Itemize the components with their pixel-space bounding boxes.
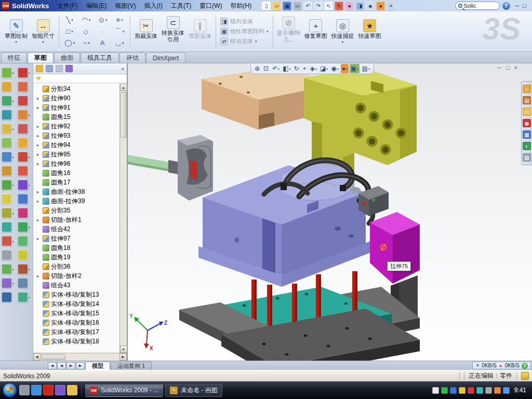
propertymanager-tab-icon[interactable] <box>46 65 53 72</box>
undo-icon[interactable]: ↶ <box>303 2 312 10</box>
tab-features[interactable]: 特征 <box>1 52 27 63</box>
smart-dimension-tool-icon[interactable] <box>18 68 28 78</box>
first-tab-button[interactable]: ◀ <box>48 362 57 369</box>
text-tool-icon[interactable]: A <box>95 37 111 48</box>
scroll-down-icon[interactable]: ▼ <box>120 345 127 353</box>
reference-geometry-icon[interactable] <box>2 264 12 274</box>
feature-tree-item[interactable]: 分割34 <box>35 84 118 94</box>
tree-filter-bar[interactable] <box>33 74 127 83</box>
menu-edit[interactable]: 编辑(E) <box>82 0 111 11</box>
chamfer-dimension-icon[interactable] <box>18 138 28 148</box>
instant3d-icon[interactable] <box>2 292 12 302</box>
custom-properties-icon[interactable]: ▧ <box>523 153 531 162</box>
antivirus-tray-icon[interactable] <box>441 387 448 394</box>
file-explorer-icon[interactable]: ▱ <box>523 108 531 116</box>
ellipse-tool-icon[interactable]: ⊙▾ <box>95 15 111 25</box>
edit-color-icon[interactable]: ● <box>345 2 354 10</box>
feature-tree-item[interactable]: ▸ 拉伸94 <box>35 140 118 150</box>
security-badge[interactable]: 2 <box>522 363 528 369</box>
language-tray-icon[interactable] <box>432 387 439 394</box>
menu-insert[interactable]: 插入(I) <box>140 0 167 11</box>
feature-tree-item[interactable]: 分割35 <box>35 206 118 215</box>
modify-sketch-icon[interactable] <box>18 264 28 274</box>
horizontal-dimension-icon[interactable] <box>18 82 28 92</box>
feature-tree-item[interactable]: 实体-移动/复制16 <box>35 318 118 327</box>
shell-feature-icon[interactable] <box>2 208 12 218</box>
tab-evaluate[interactable]: 评估 <box>119 52 145 63</box>
search-input[interactable] <box>464 3 493 9</box>
menu-view[interactable]: 视图(V) <box>111 0 140 11</box>
spline-tools-icon[interactable] <box>18 180 28 190</box>
quick-tips-icon[interactable] <box>521 372 529 380</box>
segment-tool-icon[interactable] <box>18 250 28 260</box>
section-view-icon[interactable]: ◨ <box>355 2 364 10</box>
feature-tree-item[interactable]: ▸ 拉伸96 <box>35 159 118 168</box>
tree-vertical-scrollbar[interactable]: ▲ ▼ <box>119 84 127 353</box>
print-icon[interactable]: ▭ <box>293 2 302 10</box>
menu-help[interactable]: 帮助(H) <box>227 0 256 11</box>
feature-tree-item[interactable]: ▸ 切除-放样2 <box>35 271 118 281</box>
solidworks-quick-icon[interactable] <box>43 385 54 395</box>
minimize-button[interactable]: ─ <box>515 3 520 9</box>
revolve-cut-icon[interactable] <box>2 152 12 162</box>
feature-tree-item[interactable]: 实体-移动/复制18 <box>35 337 118 346</box>
view-orientation-icon[interactable]: ◈▾ <box>309 64 318 73</box>
polygon-tool-icon[interactable]: ◇ <box>78 26 94 37</box>
scrollbar-thumb[interactable] <box>121 92 127 138</box>
menu-file[interactable]: 文件(F) <box>53 0 82 11</box>
new-document-icon[interactable]: ▯ <box>262 2 271 10</box>
restore-document-button[interactable]: □ <box>506 64 510 71</box>
sketch-fillet-tool-icon[interactable]: ◡▾ <box>112 37 127 48</box>
scroll-left-icon[interactable]: ◀ <box>33 353 41 361</box>
taskbar-clock[interactable]: 9:41 <box>514 387 526 394</box>
expander-icon[interactable]: ▸ <box>37 152 41 157</box>
tab-surfaces[interactable]: 曲面 <box>54 52 80 63</box>
curves-icon[interactable] <box>2 278 12 288</box>
convert-entities-button[interactable]: ⊂ 转换实体引用 <box>160 15 186 48</box>
spline-tool-icon[interactable]: ~▾ <box>78 37 94 48</box>
redo-icon[interactable]: ↷ <box>314 2 323 10</box>
home-pane-icon[interactable]: ⌂ <box>523 85 531 93</box>
expander-icon[interactable]: ▸ <box>37 162 41 166</box>
section-view-icon[interactable]: ◧▾ <box>282 64 291 73</box>
expander-icon[interactable]: ▸ <box>37 134 41 138</box>
ordinate-dimension-icon[interactable] <box>18 110 28 120</box>
media-player-icon[interactable] <box>55 385 65 395</box>
configurationmanager-tab-icon[interactable] <box>56 65 63 72</box>
zoom-fit-icon[interactable]: ⊕ <box>254 64 261 73</box>
feature-tree-item[interactable]: ▸ 拉伸92 <box>35 122 118 131</box>
feature-tree-item[interactable]: 圆角19 <box>35 252 118 262</box>
mirror-feature-icon[interactable] <box>2 250 12 260</box>
slot-tool-icon[interactable]: ⌒▾ <box>112 26 127 37</box>
expander-icon[interactable]: ▸ <box>37 274 41 278</box>
scroll-right-icon[interactable]: ▶ <box>119 353 127 361</box>
graphics-area[interactable]: Y Z X ⊕⊡↶▾◧▾↻+◈▾◪▾◉▾●▾▣▾▤▾ ─□× ⌂▤▱◉▦◐▧ 拉… <box>128 63 532 361</box>
feature-tree-item[interactable]: 实体-移动/复制14 <box>35 299 118 309</box>
update-tray-icon[interactable] <box>494 387 501 394</box>
tab-mold-tools[interactable]: 模具工具 <box>81 52 119 63</box>
feature-tree-item[interactable]: ▸ 拉伸91 <box>35 103 118 112</box>
swept-boss-icon[interactable] <box>2 96 12 106</box>
intersection-curve-icon[interactable] <box>18 222 28 232</box>
display-delete-relations-button[interactable]: ⊘ 显示/删除几... <box>276 15 302 48</box>
feature-tree-item[interactable]: 圆角16 <box>35 168 118 178</box>
repair-sketch-button[interactable]: + 修复草图 <box>303 18 329 44</box>
feature-tree-item[interactable]: ▸ 曲面-拉伸39 <box>35 196 118 206</box>
expander-icon[interactable]: ▸ <box>37 124 41 129</box>
fillet-feature-icon[interactable] <box>2 166 12 176</box>
add-relation-icon[interactable] <box>18 152 28 162</box>
volume-tray-icon[interactable] <box>485 387 492 394</box>
im-tray-icon[interactable] <box>450 387 457 394</box>
apply-scene-icon[interactable]: ▣▾ <box>350 64 360 73</box>
appearance-icon[interactable]: ● <box>376 2 385 10</box>
task-solidworks[interactable]: SW SolidWorks 2009 - ... <box>85 384 163 397</box>
options-icon[interactable]: + <box>387 2 395 10</box>
tab-model[interactable]: 模型 <box>85 362 110 370</box>
expander-icon[interactable]: ▸ <box>37 218 41 222</box>
vertical-dimension-icon[interactable] <box>18 96 28 106</box>
feature-tree-item[interactable]: ▸ 切除-放样1 <box>35 215 118 224</box>
expander-icon[interactable]: ▸ <box>37 96 41 101</box>
search-pane-icon[interactable]: ◉ <box>523 119 531 127</box>
previous-view-icon[interactable]: ↶▾ <box>271 64 281 73</box>
ie-icon[interactable] <box>31 385 42 395</box>
